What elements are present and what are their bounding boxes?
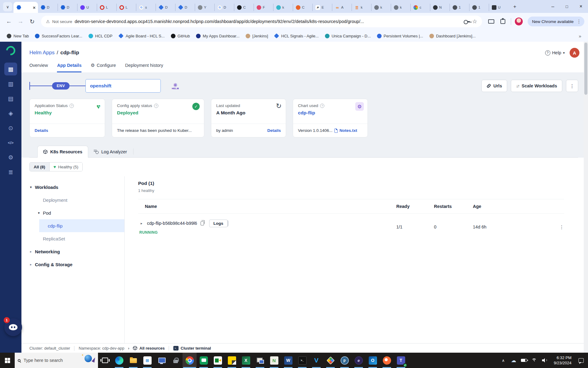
tab-k8s-resources[interactable]: K8s Resources (37, 146, 88, 158)
browser-tab[interactable]: k (391, 4, 410, 11)
info-icon[interactable]: ? (320, 104, 324, 108)
browser-tab[interactable]: Gs (136, 4, 156, 11)
devtron-logo[interactable] (4, 44, 17, 57)
active-browser-tab[interactable]: × (13, 2, 38, 13)
scrollbar-thumb[interactable] (584, 43, 587, 95)
discord-button[interactable]: 1 (4, 318, 22, 336)
tree-item-workloads[interactable]: ▾Workloads (21, 181, 124, 194)
browser-tab[interactable]: N (430, 4, 450, 11)
browser-tab[interactable]: L (116, 4, 136, 11)
browser-tab[interactable]: k (273, 4, 293, 11)
browser-tab[interactable]: JFE (312, 4, 332, 11)
taskbar-google-chat[interactable] (197, 353, 211, 368)
minimize-button[interactable]: ─ (546, 0, 560, 13)
row-expand-caret[interactable]: ▸ (139, 221, 144, 225)
tree-item-cdp-flip[interactable]: cdp-flip (39, 219, 124, 232)
taskbar-excel[interactable]: X (239, 353, 253, 368)
taskbar-putty[interactable] (253, 353, 267, 368)
tree-item-pod[interactable]: ▾Pod (21, 206, 124, 219)
battery-icon[interactable] (519, 353, 529, 368)
bookmark-item[interactable]: GitHub (168, 33, 192, 40)
sidebar-item-charts[interactable]: ◈ (4, 107, 17, 120)
taskbar-eclipse[interactable]: e (352, 353, 366, 368)
page-scrollbar[interactable] (584, 42, 588, 353)
taskbar-notepad-plus[interactable]: N (267, 353, 281, 368)
taskbar-word[interactable]: W (281, 353, 295, 368)
status-details-link[interactable]: Details (35, 128, 48, 133)
taskbar-edge[interactable] (112, 353, 126, 368)
tree-item-deployment[interactable]: Deployment (21, 194, 124, 206)
logs-button[interactable]: Logs (209, 220, 228, 227)
action-center-button[interactable] (576, 358, 586, 363)
taskbar-kdiff[interactable] (323, 353, 337, 368)
pod-name[interactable]: cdp-flip-b56b98c44-b99l6 (147, 221, 197, 226)
taskbar-search[interactable]: Type here to search ✦ (15, 353, 98, 368)
notes-txt-link[interactable]: Notes.txt (340, 128, 357, 133)
start-button[interactable] (0, 353, 15, 368)
bookmark-item[interactable]: SuccessFactors Lear... (32, 33, 85, 40)
browser-tab[interactable]: F (254, 4, 273, 11)
filter-all[interactable]: All (8) (30, 163, 50, 171)
chrome-update-pill[interactable]: New Chrome available ⋮ (528, 17, 584, 26)
maximize-button[interactable]: □ (560, 0, 574, 13)
browser-tab[interactable]: C (234, 4, 254, 11)
taskbar-lock-app[interactable] (168, 353, 183, 368)
taskbar-remote-desktop[interactable] (154, 353, 168, 368)
environment-selector[interactable]: openshift (85, 79, 161, 93)
taskbar-clock[interactable]: 6:32 PM 9/23/2024 (551, 355, 575, 366)
tree-item-replicaset[interactable]: ReplicaSet (21, 232, 124, 245)
bookmark-item[interactable]: My Apps Dashboar... (194, 33, 242, 40)
all-resources-link[interactable]: All resources (133, 346, 164, 351)
close-tab-icon[interactable]: × (33, 5, 36, 10)
sidebar-item-stacks[interactable]: ≣ (4, 166, 17, 178)
sidebar-item-application-groups[interactable]: ▤ (4, 92, 17, 105)
back-button[interactable]: ← (4, 16, 14, 27)
taskbar-teams[interactable]: T✓ (394, 353, 408, 368)
caret-down-icon[interactable]: ▾ (30, 185, 35, 189)
tree-item-networking[interactable]: ▸Networking (21, 245, 124, 258)
close-window-button[interactable]: × (574, 0, 588, 13)
tray-chevron-up-icon[interactable]: ∧ (499, 353, 508, 368)
taskbar-terminal[interactable]: >_ (295, 353, 309, 368)
taskbar-postman[interactable] (380, 353, 394, 368)
browser-tab[interactable]: D (38, 4, 58, 11)
info-icon[interactable]: ? (154, 104, 158, 108)
taskbar-microsoft-store[interactable]: ⊞ (140, 353, 154, 368)
browser-tab[interactable]: L (97, 4, 116, 11)
bookmark-item[interactable]: HCL Signals - Agile... (272, 33, 321, 40)
taskbar-chrome[interactable] (183, 353, 197, 368)
app-tab-app-details[interactable]: App Details (57, 63, 81, 72)
help-menu[interactable]: ? Help ▾ (545, 50, 565, 56)
browser-tab[interactable]: Y (195, 4, 214, 11)
browser-tab[interactable]: ∞A (332, 4, 352, 11)
sidebar-item-applications[interactable]: ▦ (4, 63, 17, 75)
sidebar-item-global-config[interactable]: ⚙ (4, 151, 17, 164)
onedrive-cloud-icon[interactable]: ☁ (509, 353, 518, 368)
filter-healthy[interactable]: ♥ Healthy (5) (50, 163, 82, 171)
taskbar-file-explorer[interactable] (126, 353, 140, 368)
caret-down-icon[interactable]: ▾ (38, 211, 43, 215)
tree-item-config-storage[interactable]: ▸Config & Storage (21, 258, 124, 271)
column-name[interactable]: Name (138, 204, 396, 209)
browser-tab[interactable]: ≣k (352, 4, 371, 11)
browser-tab[interactable]: D (175, 4, 195, 11)
bookmark-item[interactable]: New Tab (4, 33, 31, 40)
url-text[interactable]: devtron-service-devtroncd.apps.ocp415.ma… (75, 19, 461, 24)
sidebar-item-jobs[interactable]: ▥ (4, 77, 17, 90)
bookmark-item[interactable]: [Jenkins] (243, 33, 270, 40)
user-avatar[interactable]: A (570, 48, 579, 58)
password-key-icon[interactable] (464, 20, 470, 23)
bookmark-star-icon[interactable]: ☆ (472, 18, 477, 25)
taskbar-vscode[interactable]: V (309, 353, 323, 368)
app-tab-configure[interactable]: ⚙Configure (91, 63, 116, 72)
app-tab-overview[interactable]: Overview (29, 63, 48, 72)
bookmark-item[interactable]: Unica Campaign - D... (322, 33, 373, 40)
info-icon[interactable]: ? (70, 104, 74, 108)
taskbar-google-meet[interactable] (211, 353, 225, 368)
column-age[interactable]: Age (473, 204, 553, 209)
browser-menu-icon[interactable]: ⋮ (575, 19, 582, 24)
refresh-button[interactable]: ↻ (27, 16, 37, 27)
taskbar-notes[interactable] (225, 353, 239, 368)
bookmark-item[interactable]: HCL CDP (86, 33, 115, 40)
bookmarks-overflow-icon[interactable]: » (576, 33, 584, 39)
